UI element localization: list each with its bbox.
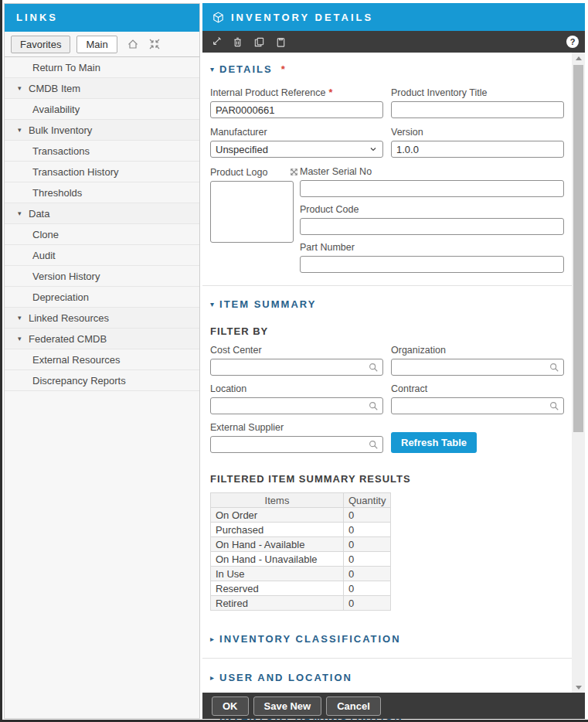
chevron-down-icon <box>369 145 378 154</box>
sidebar-item-clone[interactable]: Clone <box>5 224 199 245</box>
field-product-logo: Product Logo <box>210 166 300 273</box>
search-icon[interactable] <box>549 362 559 373</box>
filter-form: Cost Center Organization Location Contra… <box>210 345 564 453</box>
field-location: Location <box>210 383 383 414</box>
organization-input[interactable] <box>391 359 564 376</box>
product-logo-box[interactable] <box>210 181 294 243</box>
required-asterisk: * <box>281 63 287 75</box>
save-new-button[interactable]: Save New <box>253 696 322 716</box>
column-quantity[interactable]: Quantity <box>344 493 391 508</box>
required-asterisk: * <box>328 87 332 98</box>
sidebar-item-audit[interactable]: Audit <box>5 245 199 266</box>
table-header-row: Items Quantity <box>211 493 391 508</box>
paste-icon[interactable] <box>275 36 287 48</box>
field-organization: Organization <box>391 345 564 376</box>
delete-icon[interactable] <box>232 36 243 48</box>
master-serial-no-input[interactable] <box>300 180 564 197</box>
version-input[interactable] <box>391 141 564 158</box>
tab-favorites[interactable]: Favorites <box>11 36 70 53</box>
cost-center-input[interactable] <box>210 359 383 376</box>
sidebar-item-transaction-history[interactable]: Transaction History <box>5 162 199 182</box>
field-manufacturer: Manufacturer Unspecified <box>210 127 383 158</box>
sidebar-item-depreciation[interactable]: Depreciation <box>5 287 199 308</box>
filter-by-title: FILTER BY <box>210 325 564 337</box>
search-icon[interactable] <box>549 400 559 411</box>
field-cost-center: Cost Center <box>210 345 383 376</box>
inventory-details-panel: INVENTORY DETAILS ? <box>202 3 585 719</box>
search-icon[interactable] <box>368 400 379 411</box>
column-items[interactable]: Items <box>211 493 344 508</box>
caret-down-icon: ▾ <box>18 84 29 92</box>
tab-main[interactable]: Main <box>76 36 117 53</box>
scrollbar-thumb[interactable] <box>573 65 583 432</box>
caret-right-icon: ▸ <box>210 673 214 682</box>
section-inventory-classification[interactable]: ▸ INVENTORY CLASSIFICATION <box>210 620 564 658</box>
main-toolbar: ? <box>202 31 585 53</box>
caret-down-icon: ▾ <box>18 126 29 134</box>
sidebar-item-thresholds[interactable]: Thresholds <box>5 182 199 203</box>
section-details[interactable]: ▾ DETAILS * <box>210 63 564 75</box>
links-panel-title: LINKS <box>5 4 199 32</box>
logo-serial-row: Product Logo Master Serial No Pr <box>210 166 564 273</box>
sidebar-nav-list: Return To Main ▾CMDB Item Availability ▾… <box>5 57 199 391</box>
internal-product-reference-input[interactable] <box>210 101 383 118</box>
search-icon[interactable] <box>368 439 379 450</box>
caret-right-icon: ▸ <box>210 635 214 643</box>
copy-icon[interactable] <box>253 36 265 48</box>
part-number-input[interactable] <box>300 256 564 273</box>
section-user-and-location[interactable]: ▸ USER AND LOCATION <box>210 659 564 696</box>
sidebar-item-cmdb-item[interactable]: ▾CMDB Item <box>5 78 199 99</box>
caret-down-icon: ▾ <box>18 314 29 322</box>
cancel-button[interactable]: Cancel <box>326 696 381 716</box>
field-product-inventory-title: Product Inventory Title <box>391 87 564 118</box>
window-edge-left <box>0 0 2 722</box>
manufacturer-select[interactable]: Unspecified <box>210 141 383 158</box>
help-icon[interactable]: ? <box>566 36 579 48</box>
table-row: Purchased0 <box>211 523 391 537</box>
caret-down-icon: ▾ <box>210 65 214 73</box>
inventory-details-header: INVENTORY DETAILS <box>202 3 585 31</box>
scroll-up-arrow[interactable] <box>572 53 585 64</box>
table-row: Reserved0 <box>211 581 391 596</box>
field-contract: Contract <box>391 383 564 414</box>
caret-down-icon: ▾ <box>210 300 214 308</box>
external-supplier-input[interactable] <box>210 436 383 453</box>
links-sidebar: LINKS Favorites Main Return To Main ▾CMD… <box>4 3 200 719</box>
product-inventory-title-input[interactable] <box>391 101 564 118</box>
ok-button[interactable]: OK <box>212 696 249 716</box>
caret-down-icon: ▾ <box>18 335 29 342</box>
vertical-scrollbar[interactable] <box>572 53 585 695</box>
sidebar-item-discrepancy-reports[interactable]: Discrepancy Reports <box>5 370 199 391</box>
scroll-down-arrow[interactable] <box>572 682 585 693</box>
main-content: ▾ DETAILS * Internal Product Reference* … <box>202 53 572 695</box>
page-title: INVENTORY DETAILS <box>231 12 373 23</box>
item-summary-table: Items Quantity On Order0 Purchased0 On H… <box>210 492 391 611</box>
location-input[interactable] <box>210 397 383 414</box>
contract-input[interactable] <box>391 397 564 414</box>
collapse-all-icon[interactable] <box>148 38 161 50</box>
section-item-summary[interactable]: ▾ ITEM SUMMARY <box>210 298 564 310</box>
search-icon[interactable] <box>368 362 379 373</box>
sidebar-item-data[interactable]: ▾Data <box>5 203 199 224</box>
field-part-number: Part Number <box>300 242 564 273</box>
sidebar-tab-bar: Favorites Main <box>5 32 199 57</box>
cube-icon <box>212 11 225 24</box>
sidebar-item-availability[interactable]: Availability <box>5 99 199 120</box>
filtered-results-title: FILTERED ITEM SUMMARY RESULTS <box>210 473 564 485</box>
section-divider <box>202 285 572 286</box>
home-icon[interactable] <box>127 38 139 50</box>
action-footer: OK Save New Cancel <box>202 693 585 719</box>
sidebar-item-federated-cmdb[interactable]: ▾Federated CMDB <box>5 329 199 349</box>
sidebar-item-external-resources[interactable]: External Resources <box>5 349 199 370</box>
table-row: In Use0 <box>211 567 391 581</box>
expand-icon[interactable] <box>288 166 300 178</box>
refresh-table-button[interactable]: Refresh Table <box>391 432 477 453</box>
product-code-input[interactable] <box>300 218 564 235</box>
sidebar-item-return-to-main[interactable]: Return To Main <box>5 57 199 78</box>
details-form: Internal Product Reference* Product Inve… <box>210 87 564 158</box>
sidebar-item-version-history[interactable]: Version History <box>5 266 199 287</box>
sidebar-item-bulk-inventory[interactable]: ▾Bulk Inventory <box>5 120 199 141</box>
sidebar-item-transactions[interactable]: Transactions <box>5 141 199 162</box>
pin-icon[interactable] <box>210 36 222 48</box>
sidebar-item-linked-resources[interactable]: ▾Linked Resources <box>5 308 199 329</box>
